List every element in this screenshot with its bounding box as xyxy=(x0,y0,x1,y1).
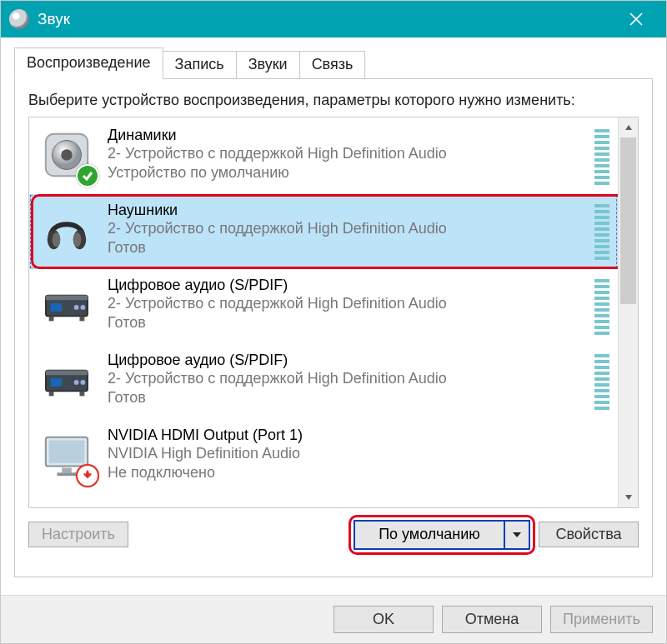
level-meter xyxy=(594,354,609,411)
device-text: Цифровое аудио (S/PDIF) 2- Устройство с … xyxy=(108,276,594,332)
dialog-footer: OK Отмена Применить xyxy=(1,595,666,643)
device-title: NVIDIA HDMI Output (Port 1) xyxy=(108,426,609,445)
set-default-button[interactable]: По умолчанию xyxy=(354,520,530,550)
level-meter xyxy=(594,279,609,336)
device-subtitle: 2- Устройство с поддержкой High Definiti… xyxy=(108,144,594,163)
default-badge-icon xyxy=(76,164,99,187)
tab-strip: Воспроизведение Запись Звуки Связь xyxy=(14,47,653,79)
unplugged-badge-icon xyxy=(76,464,99,487)
apply-button[interactable]: Применить xyxy=(550,606,653,633)
panel-button-row: Настроить По умолчанию Свойства xyxy=(28,520,639,550)
svg-rect-19 xyxy=(49,391,54,396)
svg-point-10 xyxy=(74,305,79,310)
device-subtitle: NVIDIA High Definition Audio xyxy=(108,444,609,463)
device-title: Динамики xyxy=(108,126,594,145)
device-subtitle: 2- Устройство с поддержкой High Definiti… xyxy=(108,369,594,388)
svg-rect-15 xyxy=(46,370,88,375)
svg-rect-13 xyxy=(80,316,85,321)
svg-point-18 xyxy=(80,380,85,385)
svg-rect-9 xyxy=(51,303,63,312)
properties-button[interactable]: Свойства xyxy=(539,522,639,547)
tab-communications[interactable]: Связь xyxy=(299,51,366,78)
chevron-down-icon[interactable] xyxy=(505,522,529,548)
device-row-spdif-2[interactable]: Цифровое аудио (S/PDIF) 2- Устройство с … xyxy=(29,344,618,419)
svg-rect-24 xyxy=(57,472,76,476)
device-status: Готов xyxy=(108,388,594,407)
scrollbar[interactable] xyxy=(618,117,638,507)
instruction-text: Выберите устройство воспроизведения, пар… xyxy=(28,91,639,110)
level-meter xyxy=(594,204,609,261)
scroll-up-button[interactable] xyxy=(619,117,638,137)
device-title: Цифровое аудио (S/PDIF) xyxy=(108,351,594,370)
set-default-label: По умолчанию xyxy=(355,522,505,548)
tab-playback[interactable]: Воспроизведение xyxy=(14,47,163,79)
device-text: Динамики 2- Устройство с поддержкой High… xyxy=(108,126,594,182)
svg-rect-23 xyxy=(62,467,72,472)
tab-recording[interactable]: Запись xyxy=(163,51,237,78)
ok-button[interactable]: OK xyxy=(334,606,434,633)
tab-sounds[interactable]: Звуки xyxy=(236,51,300,78)
device-list: Динамики 2- Устройство с поддержкой High… xyxy=(29,117,618,507)
svg-rect-8 xyxy=(46,295,88,300)
dialog-body: Воспроизведение Запись Звуки Связь Выбер… xyxy=(1,37,666,595)
device-row-hdmi[interactable]: NVIDIA HDMI Output (Port 1) NVIDIA High … xyxy=(29,419,618,494)
svg-point-2 xyxy=(61,149,73,161)
tab-panel-playback: Выберите устройство воспроизведения, пар… xyxy=(14,79,653,577)
device-status: Готов xyxy=(108,313,594,332)
monitor-icon xyxy=(38,426,96,484)
device-title: Цифровое аудио (S/PDIF) xyxy=(108,276,594,295)
window-title: Звук xyxy=(38,10,613,28)
scrollbar-thumb[interactable] xyxy=(620,137,636,304)
speaker-icon xyxy=(38,126,96,184)
configure-button[interactable]: Настроить xyxy=(28,522,128,547)
device-row-headphones[interactable]: Наушники 2- Устройство с поддержкой High… xyxy=(29,194,618,269)
device-text: Цифровое аудио (S/PDIF) 2- Устройство с … xyxy=(108,351,594,407)
device-text: NVIDIA HDMI Output (Port 1) NVIDIA High … xyxy=(108,426,609,482)
svg-point-5 xyxy=(53,232,61,246)
svg-rect-20 xyxy=(80,391,85,396)
spdif-icon xyxy=(38,351,96,409)
svg-rect-22 xyxy=(49,440,85,462)
device-title: Наушники xyxy=(108,201,594,220)
scroll-down-button[interactable] xyxy=(619,487,638,507)
svg-point-6 xyxy=(73,232,82,246)
titlebar: Звук xyxy=(1,1,666,37)
svg-point-11 xyxy=(80,305,85,310)
device-status: Не подключено xyxy=(108,463,609,482)
device-text: Наушники 2- Устройство с поддержкой High… xyxy=(108,201,594,257)
device-list-container: Динамики 2- Устройство с поддержкой High… xyxy=(28,117,639,508)
device-row-speakers[interactable]: Динамики 2- Устройство с поддержкой High… xyxy=(29,119,618,194)
spdif-icon xyxy=(38,276,96,334)
device-row-spdif-1[interactable]: Цифровое аудио (S/PDIF) 2- Устройство с … xyxy=(29,269,618,344)
cancel-button[interactable]: Отмена xyxy=(442,606,542,633)
svg-rect-16 xyxy=(51,378,63,387)
device-subtitle: 2- Устройство с поддержкой High Definiti… xyxy=(108,294,594,313)
headphones-icon xyxy=(38,201,96,259)
device-subtitle: 2- Устройство с поддержкой High Definiti… xyxy=(108,219,594,238)
device-status: Готов xyxy=(108,238,594,257)
svg-rect-12 xyxy=(49,316,54,321)
level-meter xyxy=(594,129,609,186)
sound-icon xyxy=(9,9,29,29)
device-status: Устройство по умолчанию xyxy=(108,163,594,182)
svg-point-17 xyxy=(74,380,79,385)
set-default-wrap: По умолчанию xyxy=(354,520,530,550)
close-button[interactable] xyxy=(613,1,659,37)
